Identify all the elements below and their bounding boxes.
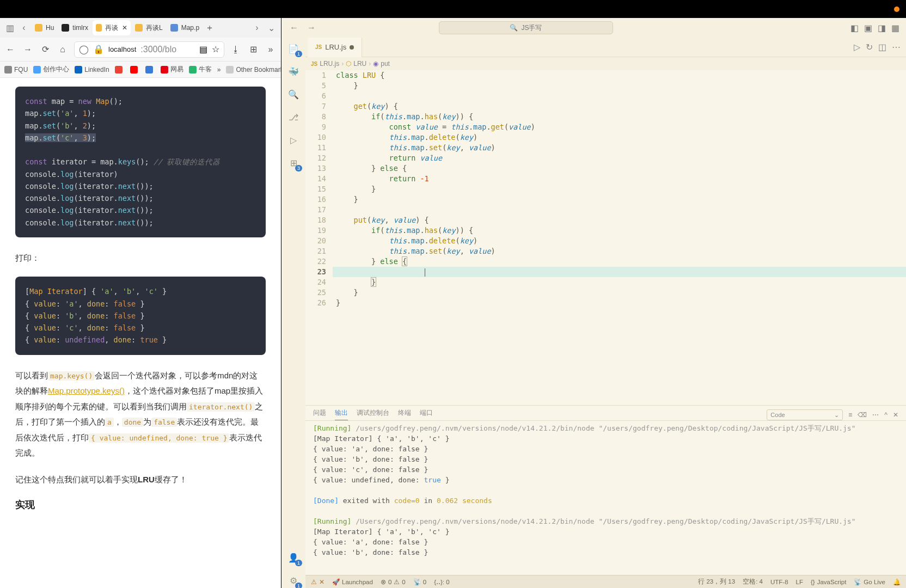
folder-icon bbox=[226, 66, 234, 74]
bookmark-item[interactable] bbox=[145, 65, 155, 74]
other-bookmarks[interactable]: Other Bookmarks bbox=[226, 66, 281, 74]
filter-list-icon[interactable]: ≡ bbox=[848, 411, 852, 419]
go-live-button[interactable]: 📡 Go Live bbox=[854, 578, 885, 586]
bookmark-item[interactable] bbox=[115, 65, 125, 74]
nav-back-button[interactable]: ← bbox=[288, 22, 300, 34]
panel-tab[interactable]: 问题 bbox=[313, 408, 326, 420]
tab-list-button[interactable]: ⌄ bbox=[265, 21, 278, 34]
reload-button[interactable]: ⟳ bbox=[39, 44, 51, 56]
sidebar-toggle[interactable]: ▥ bbox=[3, 21, 16, 34]
browser-tab[interactable]: Map.p bbox=[167, 20, 203, 35]
back-button[interactable]: ← bbox=[4, 44, 16, 56]
favicon-icon bbox=[96, 24, 102, 32]
browser-tab[interactable]: 再谈L bbox=[132, 20, 166, 35]
reader-mode-icon[interactable]: ▤ bbox=[199, 44, 207, 54]
customize-layout-icon[interactable]: ▦ bbox=[891, 23, 899, 33]
search-activity-icon[interactable]: 🔍 bbox=[286, 87, 301, 102]
editor-tabs: JS LRU.js ▷ ↻ ◫ ⋯ bbox=[305, 38, 906, 57]
page-content: const map = new Map(); map.set('a', 1); … bbox=[0, 78, 281, 588]
tab-lru-js[interactable]: JS LRU.js bbox=[308, 38, 362, 57]
paragraph-2: 记住这个特点我们就可以着手实现LRU缓存了！ bbox=[15, 472, 266, 488]
explorer-icon[interactable]: 📄1 bbox=[286, 41, 301, 56]
dirty-indicator-icon bbox=[350, 45, 354, 50]
bookmark-item[interactable] bbox=[130, 65, 140, 74]
bookmarks-overflow-icon[interactable]: » bbox=[217, 66, 221, 74]
url-path: :3000/blo bbox=[140, 45, 176, 54]
js-file-icon: JS bbox=[311, 61, 317, 67]
bookmark-item[interactable]: LinkedIn bbox=[75, 65, 109, 74]
cursor-position[interactable]: 行 23，列 13 bbox=[698, 578, 735, 586]
errors-status[interactable]: ⊗ 0 ⚠ 0 bbox=[381, 578, 406, 586]
notifications-icon[interactable]: 🔔 bbox=[893, 578, 901, 586]
browser-tab[interactable]: 再谈✕ bbox=[93, 20, 131, 35]
bookmark-favicon-icon bbox=[130, 66, 138, 74]
panel-close-icon[interactable]: ✕ bbox=[893, 411, 898, 419]
accounts-icon[interactable]: 👤1 bbox=[286, 550, 301, 565]
overflow-menu-icon[interactable]: » bbox=[265, 44, 277, 56]
eol-status[interactable]: LF bbox=[796, 578, 803, 586]
downloads-icon[interactable]: ⭳ bbox=[230, 44, 242, 56]
nav-forward-button[interactable]: → bbox=[305, 22, 317, 34]
mdn-link[interactable]: Map.prototype.keys() bbox=[48, 386, 125, 395]
run-debug-icon[interactable]: ▷ bbox=[286, 132, 301, 148]
bookmark-star-icon[interactable]: ☆ bbox=[212, 44, 219, 54]
docker-icon[interactable]: 🐳 bbox=[286, 64, 301, 79]
command-center[interactable]: 🔍 JS手写 bbox=[439, 21, 613, 34]
code-block-2: [Map Iterator] { 'a', 'b', 'c' } { value… bbox=[15, 277, 266, 354]
panel-more-icon[interactable]: ⋯ bbox=[872, 411, 879, 419]
panel-tab[interactable]: 端口 bbox=[420, 408, 433, 420]
code-area[interactable]: class LRU { } get(key) { if(this.map.has… bbox=[333, 70, 906, 405]
output-filter[interactable]: Code ⌄ bbox=[767, 409, 843, 420]
bookmark-favicon-icon bbox=[33, 66, 41, 74]
radio-status[interactable]: 📡 0 bbox=[413, 578, 426, 586]
run-icon[interactable]: ▷ bbox=[854, 42, 860, 52]
selected-line: map.set('c', 3); bbox=[25, 133, 96, 142]
home-button[interactable]: ⌂ bbox=[57, 44, 69, 56]
source-control-icon[interactable]: ⎇ bbox=[286, 109, 301, 125]
shield-icon[interactable]: ◯ bbox=[79, 44, 89, 54]
title-bar: ← → 🔍 JS手写 ◧ ▣ ◨ ▦ bbox=[281, 18, 906, 38]
settings-gear-icon[interactable]: ⚙1 bbox=[286, 573, 301, 588]
language-mode[interactable]: {} JavaScript bbox=[811, 578, 846, 586]
layout-secondary-icon[interactable]: ◨ bbox=[878, 23, 886, 33]
url-bar[interactable]: ◯ 🔒 localhost:3000/blo ▤ ☆ bbox=[74, 41, 224, 58]
extensions-icon[interactable]: ⊞ bbox=[247, 44, 259, 56]
line-gutter: 1567891011121314151617181920212223242526 bbox=[305, 70, 333, 405]
notification-dot-icon bbox=[894, 7, 899, 12]
forward-button[interactable]: → bbox=[22, 44, 34, 56]
output-view[interactable]: [Running] /users/godfrey.peng/.nvm/versi… bbox=[305, 421, 906, 575]
close-tab-icon[interactable]: ✕ bbox=[121, 24, 127, 32]
lock-icon[interactable]: 🔒 bbox=[93, 44, 104, 54]
bookmark-item[interactable]: 牛客 bbox=[189, 65, 212, 74]
bookmark-favicon-icon bbox=[115, 66, 123, 74]
panel-tab[interactable]: 调试控制台 bbox=[357, 408, 389, 420]
code-editor[interactable]: 1567891011121314151617181920212223242526… bbox=[305, 70, 906, 405]
tab-overflow-forward[interactable]: › bbox=[250, 21, 264, 34]
breadcrumb[interactable]: JS LRU.js › ⬡ LRU › ◉ put bbox=[305, 57, 906, 70]
layout-primary-icon[interactable]: ◧ bbox=[850, 23, 859, 33]
browser-tab[interactable]: Hu bbox=[32, 20, 57, 35]
bookmark-item[interactable]: FQU bbox=[4, 65, 28, 74]
split-editor-icon[interactable]: ◫ bbox=[878, 42, 886, 52]
more-actions-icon[interactable]: ⋯ bbox=[892, 42, 901, 52]
encoding-status[interactable]: UTF-8 bbox=[770, 578, 788, 586]
tab-history-back[interactable]: ‹ bbox=[17, 21, 30, 34]
bookmark-item[interactable]: 网易 bbox=[161, 65, 183, 74]
panel-tab[interactable]: 终端 bbox=[398, 408, 411, 420]
layout-panel-icon[interactable]: ▣ bbox=[864, 23, 872, 33]
panel-maximize-icon[interactable]: ^ bbox=[884, 411, 887, 419]
debug-loop-icon[interactable]: ↻ bbox=[866, 42, 873, 52]
remote-indicator[interactable]: ⚠ ✕ bbox=[311, 578, 325, 586]
launchpad-status[interactable]: 🚀 Launchpad bbox=[332, 578, 373, 586]
indentation-status[interactable]: 空格: 4 bbox=[743, 578, 763, 586]
favicon-icon bbox=[170, 24, 178, 32]
panel-icon[interactable]: ▥ bbox=[3, 21, 16, 34]
extensions-activity-icon[interactable]: ⊞3 bbox=[286, 155, 301, 170]
favicon-icon bbox=[135, 24, 143, 32]
new-tab-button[interactable]: ＋ bbox=[204, 22, 216, 34]
browser-tab[interactable]: timlrx bbox=[58, 20, 91, 35]
clear-output-icon[interactable]: ⌫ bbox=[858, 411, 867, 419]
json-status[interactable]: {‥}: 0 bbox=[434, 578, 449, 586]
bookmark-item[interactable]: 创作中心 bbox=[33, 65, 69, 74]
panel-tab[interactable]: 输出 bbox=[335, 408, 348, 420]
